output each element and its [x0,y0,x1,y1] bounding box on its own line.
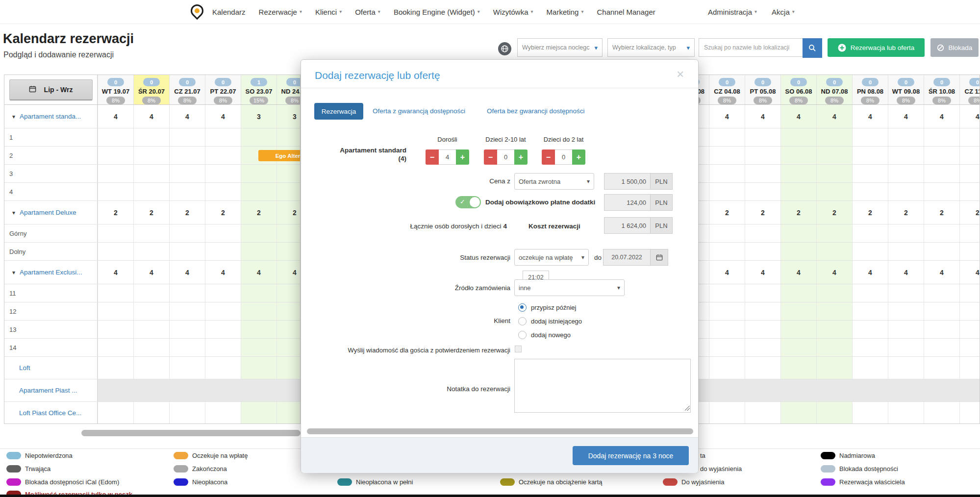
calendar-cell[interactable] [169,379,205,401]
calendar-cell[interactable] [852,379,888,401]
day-header-cz-04-08[interactable]: 0CZ 04.088% [709,75,745,104]
calendar-cell[interactable] [133,339,169,356]
calendar-cell[interactable] [852,183,888,200]
calendar-cell[interactable] [888,243,924,260]
calendar-cell[interactable] [241,379,276,401]
calendar-cell[interactable]: 4 [888,261,924,284]
calendar-cell[interactable]: 4 [276,261,301,284]
nav-item-channel-manager[interactable]: Channel Manager [597,8,655,16]
calendar-cell[interactable] [924,302,959,320]
calendar-cell[interactable] [169,402,205,424]
calendar-cell[interactable] [959,379,980,401]
calendar-cell[interactable] [276,321,301,338]
calendar-cell[interactable] [276,128,301,146]
calendar-cell[interactable] [959,224,980,242]
minus-button[interactable]: − [484,149,497,165]
calendar-cell[interactable]: 2 [816,201,852,224]
calendar-cell[interactable] [852,302,888,320]
calendar-cell[interactable] [98,147,133,164]
calendar-cell[interactable] [133,243,169,260]
calendar-cell[interactable] [98,321,133,338]
calendar-cell[interactable] [780,147,816,164]
calendar-cell[interactable] [276,183,301,200]
minus-button[interactable]: − [542,149,555,165]
calendar-cell[interactable] [276,243,301,260]
calendar-cell[interactable] [816,402,852,424]
calendar-cell[interactable] [699,357,709,379]
calendar-cell[interactable] [745,243,780,260]
calendar-cell[interactable] [780,357,816,379]
plus-button[interactable]: + [572,149,585,165]
status-select[interactable]: oczekuje na wpłatę▾ [514,249,589,266]
calendar-cell[interactable] [169,339,205,356]
calendar-cell[interactable] [276,357,301,379]
calendar-cell[interactable] [816,243,852,260]
calendar-cell[interactable] [959,321,980,338]
calendar-cell[interactable] [959,183,980,200]
calendar-cell[interactable] [816,183,852,200]
day-header-śr-10-08[interactable]: 0ŚR 10.088% [924,75,959,104]
calendar-cell[interactable]: 4 [852,105,888,128]
calendar-cell[interactable] [816,165,852,182]
calendar-cell[interactable]: 4 [745,105,780,128]
calendar-cell[interactable] [852,224,888,242]
calendar-cell[interactable] [852,339,888,356]
calendar-cell[interactable] [205,321,241,338]
source-select[interactable]: inne▾ [514,279,625,296]
close-icon[interactable]: × [677,67,684,82]
calendar-cell[interactable]: 4 [205,105,241,128]
calendar-cell[interactable] [852,284,888,302]
day-header-so-06-08[interactable]: 0SO 06.088% [780,75,816,104]
calendar-cell[interactable] [133,402,169,424]
calendar-cell[interactable] [959,128,980,146]
calendar-cell[interactable]: 4 [699,261,709,284]
calendar-cell[interactable] [924,147,959,164]
calendar-cell[interactable]: 4 [816,261,852,284]
calendar-cell[interactable] [98,183,133,200]
calendar-cell[interactable] [241,357,276,379]
calendar-cell[interactable] [924,379,959,401]
calendar-cell[interactable]: 2 [98,201,133,224]
calendar-cell[interactable] [709,321,745,338]
calendar-cell[interactable] [709,302,745,320]
calendar-cell[interactable] [241,284,276,302]
calendar-cell[interactable] [709,402,745,424]
day-header-pt-05-08[interactable]: 0PT 05.088% [745,75,780,104]
calendar-cell[interactable]: 4 [780,261,816,284]
calendar-cell[interactable] [959,165,980,182]
calendar-cell[interactable] [699,339,709,356]
calendar-cell[interactable] [169,224,205,242]
calendar-cell[interactable] [709,165,745,182]
calendar-cell[interactable] [276,402,301,424]
calendar-cell[interactable] [98,357,133,379]
calendar-cell[interactable] [169,284,205,302]
calendar-cell[interactable]: 4 [169,105,205,128]
calendar-cell[interactable]: 2 [276,201,301,224]
globe-icon[interactable] [498,42,511,55]
day-header-nd-24-07[interactable]: 0ND 24.078% [276,75,301,104]
calendar-cell[interactable] [780,243,816,260]
calendar-cell[interactable] [276,379,301,401]
calendar-cell[interactable] [888,284,924,302]
calendar-cell[interactable] [816,284,852,302]
addons-toggle[interactable]: ✓ [455,196,481,208]
calendar-cell[interactable] [780,165,816,182]
calendar-cell[interactable]: 4 [205,261,241,284]
calendar-cell[interactable]: 2 [169,201,205,224]
calendar-cell[interactable]: 4 [780,105,816,128]
calendar-cell[interactable] [98,339,133,356]
calendar-cell[interactable] [888,128,924,146]
calendar-cell[interactable] [241,302,276,320]
calendar-cell[interactable]: 2 [745,201,780,224]
tab-oferta-z-gwarancja[interactable]: Oferta z gwarancją dostępności [373,107,465,115]
calendar-cell[interactable]: 4 [959,261,980,284]
calendar-cell[interactable] [745,339,780,356]
calendar-cell[interactable] [852,165,888,182]
calendar-cell[interactable] [241,165,276,182]
calendar-cell[interactable] [888,224,924,242]
calendar-cell[interactable] [133,128,169,146]
calendar-cell[interactable] [205,183,241,200]
day-header-cz-11-08[interactable]: 0CZ 11.088% [959,75,980,104]
calendar-cell[interactable] [133,147,169,164]
calendar-cell[interactable] [699,402,709,424]
